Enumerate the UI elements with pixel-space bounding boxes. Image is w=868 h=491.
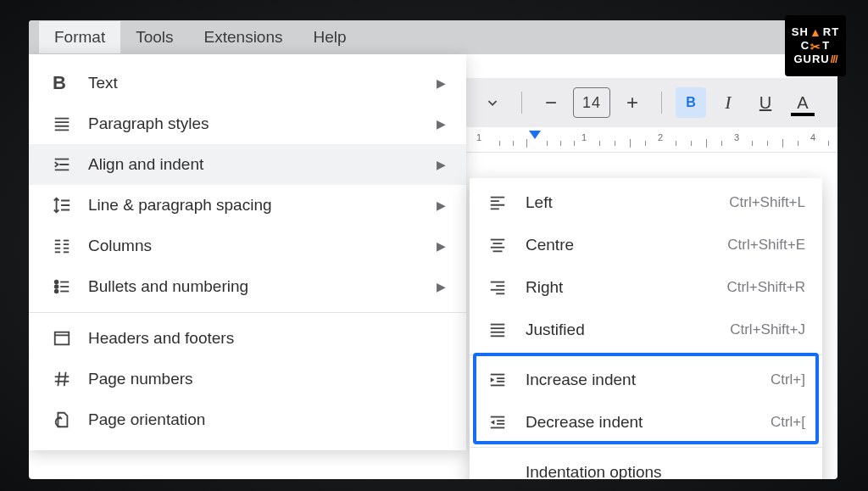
- submenu-arrow-icon: ▶: [437, 280, 446, 293]
- font-size-increase-button[interactable]: +: [617, 87, 648, 118]
- submenu-label: Decrease indent: [517, 413, 771, 432]
- align-indent-submenu: Left Ctrl+Shift+L Centre Ctrl+Shift+E Ri…: [470, 178, 822, 479]
- submenu-item-centre[interactable]: Centre Ctrl+Shift+E: [470, 224, 822, 266]
- submenu-label: Increase indent: [517, 371, 771, 389]
- line-spacing-icon: [53, 196, 80, 215]
- submenu-item-justified[interactable]: Justified Ctrl+Shift+J: [470, 309, 822, 351]
- bullets-icon: [53, 277, 80, 296]
- menu-item-page-orientation[interactable]: Page orientation: [29, 399, 466, 440]
- scissor-icon: ✂: [810, 40, 821, 53]
- menu-item-line-spacing[interactable]: Line & paragraph spacing ▶: [29, 185, 466, 226]
- align-justify-icon: [488, 321, 517, 339]
- ruler-number: 2: [658, 132, 663, 142]
- ruler-number: 4: [810, 132, 815, 142]
- menu-separator: [470, 354, 822, 355]
- svg-marker-0: [529, 131, 541, 139]
- svg-point-19: [55, 281, 58, 284]
- submenu-arrow-icon: ▶: [437, 158, 446, 171]
- increase-indent-icon: [488, 371, 517, 389]
- shortcut-guru-logo: SH▲RT C✂T GURU///: [785, 15, 846, 76]
- bold-icon: B: [53, 72, 80, 94]
- dropdown-caret-icon[interactable]: [477, 87, 508, 118]
- first-line-indent-marker[interactable]: [529, 131, 541, 142]
- ruler-number: 1: [476, 132, 481, 142]
- shortcut-label: Ctrl+Shift+R: [726, 279, 805, 296]
- underline-button[interactable]: U: [750, 87, 781, 118]
- ruler-number: 1: [581, 132, 587, 142]
- format-menu-dropdown: B Text ▶ Paragraph styles ▶ Align and in…: [29, 54, 466, 450]
- svg-rect-25: [55, 332, 70, 345]
- docs-window: Format Tools Extensions Help − 14 + B I …: [29, 20, 837, 479]
- menu-item-paragraph-styles[interactable]: Paragraph styles ▶: [29, 103, 466, 144]
- page-orientation-icon: [53, 410, 80, 429]
- menu-item-bullets-numbering[interactable]: Bullets and numbering ▶: [29, 266, 466, 307]
- submenu-item-increase-indent[interactable]: Increase indent Ctrl+]: [470, 359, 822, 401]
- align-center-icon: [488, 236, 517, 254]
- shortcut-label: Ctrl+Shift+J: [730, 321, 805, 338]
- align-indent-icon: [53, 155, 80, 174]
- submenu-arrow-icon: ▶: [437, 117, 446, 131]
- submenu-label: Left: [517, 193, 729, 212]
- menu-item-page-numbers[interactable]: Page numbers: [29, 359, 466, 399]
- submenu-item-decrease-indent[interactable]: Decrease indent Ctrl+[: [470, 401, 822, 444]
- submenu-arrow-icon: ▶: [437, 198, 446, 212]
- shortcut-label: Ctrl+Shift+E: [727, 237, 805, 254]
- paragraph-styles-icon: [53, 114, 80, 133]
- svg-line-27: [58, 372, 59, 387]
- scissor-icon: ▲: [810, 25, 822, 39]
- svg-line-28: [64, 372, 66, 387]
- submenu-item-right[interactable]: Right Ctrl+Shift+R: [470, 266, 822, 309]
- menu-separator: [470, 447, 822, 448]
- menubar-item-help[interactable]: Help: [298, 21, 362, 53]
- menu-label: Paragraph styles: [80, 114, 437, 133]
- svg-point-20: [55, 285, 58, 288]
- svg-point-21: [55, 290, 58, 293]
- submenu-label: Indentation options: [517, 463, 805, 479]
- menubar: Format Tools Extensions Help: [29, 20, 837, 54]
- menu-label: Bullets and numbering: [80, 277, 437, 296]
- page-numbers-icon: [53, 370, 80, 388]
- align-left-icon: [488, 193, 517, 212]
- submenu-item-indentation-options[interactable]: Indentation options: [470, 451, 822, 479]
- menu-label: Page numbers: [80, 370, 446, 388]
- ruler-number: 3: [734, 132, 739, 142]
- menu-label: Text: [80, 74, 437, 92]
- shortcut-label: Ctrl+]: [771, 371, 805, 388]
- menu-label: Align and indent: [80, 155, 437, 174]
- menubar-item-extensions[interactable]: Extensions: [189, 21, 298, 53]
- toolbar-separator: [521, 92, 522, 114]
- font-size-decrease-button[interactable]: −: [536, 87, 566, 118]
- submenu-arrow-icon: ▶: [437, 239, 446, 253]
- submenu-label: Right: [517, 278, 726, 297]
- menu-item-columns[interactable]: Columns ▶: [29, 226, 466, 266]
- shortcut-label: Ctrl+[: [771, 414, 805, 431]
- menu-label: Headers and footers: [80, 329, 446, 348]
- menu-item-align-and-indent[interactable]: Align and indent ▶: [29, 144, 466, 185]
- bold-button[interactable]: B: [676, 87, 706, 118]
- menu-label: Columns: [80, 237, 437, 255]
- toolbar-separator: [661, 92, 662, 114]
- headers-footers-icon: [53, 329, 80, 348]
- submenu-label: Justified: [517, 321, 730, 339]
- italic-button[interactable]: I: [713, 87, 743, 118]
- toolbar: − 14 + B I U A: [465, 78, 837, 127]
- menu-separator: [29, 312, 466, 313]
- menu-item-text[interactable]: B Text ▶: [29, 63, 466, 103]
- menu-label: Page orientation: [80, 410, 446, 429]
- menu-label: Line & paragraph spacing: [80, 196, 437, 215]
- decrease-indent-icon: [488, 413, 517, 432]
- submenu-label: Centre: [517, 236, 727, 254]
- menubar-item-format[interactable]: Format: [39, 21, 120, 53]
- font-size-field[interactable]: 14: [573, 87, 610, 118]
- columns-icon: [53, 237, 80, 255]
- menubar-item-tools[interactable]: Tools: [120, 21, 188, 53]
- submenu-item-left[interactable]: Left Ctrl+Shift+L: [470, 181, 822, 224]
- menu-item-headers-footers[interactable]: Headers and footers: [29, 318, 466, 359]
- align-right-icon: [488, 278, 517, 297]
- text-color-button[interactable]: A: [787, 87, 818, 118]
- submenu-arrow-icon: ▶: [437, 76, 446, 90]
- ruler: 1 1 2 3 4 5: [465, 129, 837, 153]
- shortcut-label: Ctrl+Shift+L: [729, 194, 805, 211]
